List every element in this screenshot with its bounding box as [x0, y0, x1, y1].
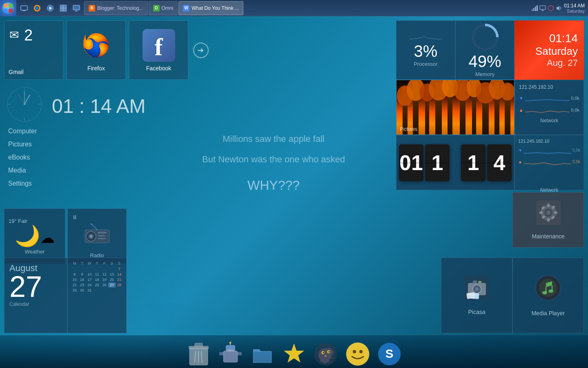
taskbar: B Blogger: Technolog... O Omni W What Do…	[0, 0, 588, 16]
tab-whatdoyouthink[interactable]: W What Do You Think ...	[178, 1, 243, 15]
monitor-button[interactable]	[70, 2, 82, 14]
tab-blogger-label: Blogger: Technolog...	[97, 5, 143, 11]
firefox-tile[interactable]: Firefox	[67, 20, 126, 80]
cal-day: 11	[94, 272, 100, 277]
flip-hour-group: 01 1	[399, 144, 450, 181]
cal-day: 12	[101, 272, 108, 277]
analog-clock-icon	[6, 86, 43, 123]
dock-folder[interactable]	[248, 338, 276, 366]
show-desktop-button[interactable]	[18, 2, 30, 14]
gmail-badge: 2	[24, 27, 33, 44]
flip-hour-ones: 1	[425, 144, 450, 181]
dock-robot[interactable]	[216, 338, 245, 366]
pictures-label: Pictures	[400, 126, 417, 132]
gmail-label: Gmail	[9, 69, 24, 75]
svg-rect-117	[226, 345, 235, 352]
down-arrow2-icon: ▼	[518, 148, 522, 153]
robot-icon	[218, 342, 243, 366]
svg-point-132	[346, 343, 369, 366]
svg-rect-100	[547, 204, 550, 207]
network-tile[interactable]: 121.245.182.10 ▼ 0,0k ▲ 0,0k Network	[514, 80, 584, 135]
window-switch-button[interactable]	[57, 2, 69, 14]
pictures-tile[interactable]: Pictures	[396, 80, 514, 135]
cal-hdr-t2: T	[93, 261, 100, 265]
facebook-icon: f	[143, 29, 175, 62]
svg-rect-18	[63, 8, 67, 11]
omni-favicon: O	[153, 5, 160, 11]
flip-hour-tens: 01	[399, 144, 423, 181]
cal-day: 21	[116, 277, 123, 282]
radio-tile[interactable]: ⏸ Radio	[67, 209, 127, 264]
clock-widget: 01 : 14 AM	[6, 86, 145, 123]
svg-rect-116	[223, 351, 238, 362]
start-button[interactable]	[0, 0, 16, 16]
picasa-tile[interactable]: Picasa	[441, 258, 512, 333]
calendar-big-date[interactable]: August 27 Calendar	[4, 258, 67, 333]
dock-skype[interactable]: S	[375, 338, 404, 366]
svg-line-36	[24, 95, 30, 104]
nav-pictures[interactable]: Pictures	[8, 138, 37, 151]
svg-rect-103	[554, 211, 557, 214]
cal-day: 16	[78, 277, 85, 282]
gmail-tile[interactable]: ✉ 2 Gmail	[4, 20, 63, 80]
down-sparkline2	[523, 145, 571, 155]
network-down-value: 0,0k	[571, 96, 579, 101]
left-navigation: Computer Pictures eBooks Media Settings	[8, 125, 37, 190]
flip-clock-tile[interactable]: 01 1 1 4	[396, 135, 514, 190]
dock-trash[interactable]	[184, 338, 213, 366]
firefox-quick-button[interactable]	[31, 2, 43, 14]
svg-rect-23	[533, 8, 535, 11]
tab-blogger[interactable]: B Blogger: Technolog...	[84, 1, 148, 15]
svg-rect-101	[547, 218, 550, 222]
flip-minute-ones: 4	[487, 144, 512, 181]
dock-twitter[interactable]	[312, 338, 340, 366]
cal-hdr-m: M	[71, 261, 78, 265]
cal-hdr-f: F	[101, 261, 108, 265]
svg-rect-89	[478, 281, 481, 283]
firefox-icon	[80, 29, 113, 62]
net-up-row2: ▲ 0,0k	[518, 157, 580, 167]
svg-rect-7	[9, 9, 13, 13]
picasa-icon	[465, 276, 489, 305]
app-bar: S	[0, 335, 588, 368]
maintenance-tile[interactable]: Maintenance	[512, 192, 584, 247]
tab-omni-label: Omni	[162, 5, 174, 11]
pictures-row: Pictures 121.245.182.10 ▼ 0,0k ▲ 0,0k	[396, 80, 584, 135]
nav-settings[interactable]: Settings	[8, 177, 37, 190]
memory-tile[interactable]: 49% Memory	[455, 20, 514, 80]
next-arrow-button[interactable]: ➔	[192, 20, 210, 80]
processor-tile[interactable]: 3% Processor	[396, 20, 455, 80]
tab-omni[interactable]: O Omni	[149, 1, 178, 15]
right-bottom-tiles: Picasa Media Player	[441, 258, 584, 333]
media-player-label: Media Player	[532, 310, 565, 316]
nav-ebooks[interactable]: eBooks	[8, 151, 37, 164]
svg-rect-5	[9, 3, 13, 7]
media-player-tile[interactable]: Media Player	[512, 258, 584, 333]
date-tile[interactable]: 01:14 Saturday Aug. 27	[514, 20, 584, 80]
cal-day	[94, 267, 100, 272]
svg-line-81	[91, 224, 97, 230]
dock-smiley[interactable]	[343, 338, 372, 366]
weather-tile[interactable]: 19° Fair 🌙☁ Weather	[4, 209, 65, 264]
volume-tray-icon	[556, 5, 562, 11]
svg-point-109	[546, 211, 550, 215]
facebook-tile[interactable]: f Facebook	[129, 20, 188, 80]
flip-row: 01 1 1 4 121.245.182.10 ▼ 0,0k ▲	[396, 135, 584, 190]
mini-calendar[interactable]: M T W T F S S 7 8 9 10 11 12	[67, 258, 127, 333]
cal-day: 7	[116, 267, 123, 272]
nav-computer[interactable]: Computer	[8, 125, 37, 138]
svg-rect-123	[219, 352, 224, 355]
svg-rect-124	[237, 352, 242, 355]
memory-value: 49%	[468, 53, 501, 70]
calendar-day: 27	[9, 272, 62, 301]
dock-star[interactable]	[280, 338, 308, 366]
media-quick-button[interactable]	[44, 2, 56, 14]
nav-media[interactable]: Media	[8, 164, 37, 177]
svg-point-119	[229, 342, 231, 344]
weather-icon: 🌙☁	[15, 226, 55, 246]
network-up-row: ▲ 0,0k	[519, 104, 579, 115]
svg-line-40	[32, 90, 33, 91]
blogger-favicon: B	[89, 5, 95, 11]
cal-day: 15	[71, 277, 78, 282]
svg-rect-22	[532, 9, 533, 11]
